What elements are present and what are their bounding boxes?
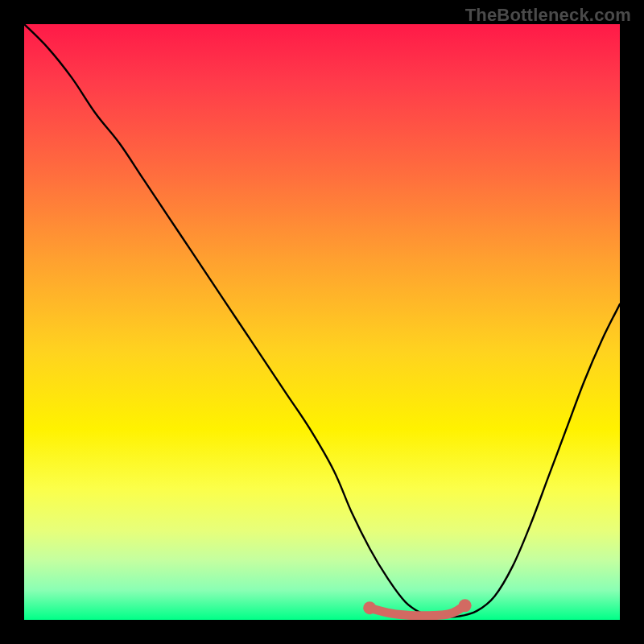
highlight-dot-end [459,599,472,612]
chart-svg [24,24,620,620]
watermark-text: TheBottleneck.com [465,5,631,26]
highlight-dot-start [363,601,376,614]
chart-frame: TheBottleneck.com [0,0,644,644]
main-curve-line [24,24,620,617]
gradient-plot-area [24,24,620,620]
